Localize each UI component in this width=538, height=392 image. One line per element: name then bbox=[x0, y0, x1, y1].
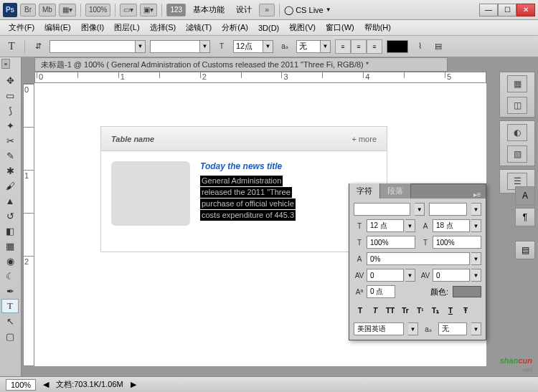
align-center-button[interactable]: ≡ bbox=[351, 39, 367, 54]
char-kerning2[interactable]: 0 bbox=[433, 269, 470, 282]
antialias-select[interactable]: 无 bbox=[296, 40, 321, 53]
align-right-button[interactable]: ≡ bbox=[367, 39, 382, 54]
maximize-button[interactable]: ☐ bbox=[498, 4, 516, 16]
dropdown-icon[interactable]: ▼ bbox=[415, 203, 425, 216]
font-style-field[interactable] bbox=[429, 203, 467, 216]
dropdown-icon[interactable]: ▼ bbox=[471, 219, 481, 232]
menu-view[interactable]: 视图(V) bbox=[285, 21, 320, 34]
gradient-tool[interactable]: ▦ bbox=[1, 239, 19, 253]
bridge-button[interactable]: Br bbox=[20, 4, 36, 16]
shape-tool[interactable]: ▢ bbox=[1, 329, 19, 343]
dropdown-icon[interactable]: ▼ bbox=[471, 269, 481, 282]
btn-123[interactable]: 123 bbox=[166, 4, 186, 16]
screen-mode-button[interactable]: ▣▾ bbox=[140, 4, 157, 16]
masks-panel-icon[interactable]: ▧ bbox=[507, 145, 527, 163]
align-left-button[interactable]: ≡ bbox=[335, 39, 351, 54]
menu-file[interactable]: 文件(F) bbox=[4, 21, 39, 34]
char-vscale[interactable]: 100% bbox=[367, 236, 415, 249]
char-tracking[interactable]: 0% bbox=[367, 252, 470, 265]
minimize-button[interactable]: — bbox=[479, 4, 498, 16]
zoom-level-button[interactable]: 100% bbox=[85, 4, 111, 16]
menu-help[interactable]: 帮助(H) bbox=[360, 21, 395, 34]
wand-tool[interactable]: ✦ bbox=[1, 118, 19, 133]
font-size-input[interactable]: 12点 bbox=[233, 40, 263, 53]
menu-edit[interactable]: 编辑(E) bbox=[40, 21, 75, 34]
panel-menu-icon[interactable]: ▸≡ bbox=[468, 191, 486, 199]
blur-tool[interactable]: ◉ bbox=[1, 254, 19, 268]
char-color-swatch[interactable] bbox=[453, 286, 481, 297]
dodge-tool[interactable]: ☾ bbox=[1, 269, 19, 283]
swatches-panel-icon[interactable]: ◫ bbox=[507, 97, 527, 114]
type-tool[interactable]: T bbox=[1, 299, 19, 313]
char-aa[interactable]: 无 bbox=[438, 322, 467, 335]
font-family-field[interactable] bbox=[354, 203, 410, 216]
menu-image[interactable]: 图像(I) bbox=[77, 21, 108, 34]
menu-analyze[interactable]: 分析(A) bbox=[217, 21, 253, 34]
dropdown-icon[interactable]: ▼ bbox=[471, 203, 481, 216]
crop-tool[interactable]: ✂ bbox=[1, 133, 19, 148]
faux-italic-button[interactable]: T bbox=[369, 305, 382, 316]
faux-bold-button[interactable]: T bbox=[354, 305, 367, 316]
adjust-panel-icon[interactable]: ◐ bbox=[507, 124, 527, 141]
character-dock-icon[interactable]: A bbox=[515, 186, 535, 205]
smallcaps-button[interactable]: Tr bbox=[399, 305, 412, 316]
font-family-select[interactable] bbox=[49, 40, 136, 53]
char-panel-toggle-button[interactable]: ▤ bbox=[431, 39, 445, 54]
eraser-tool[interactable]: ◧ bbox=[1, 224, 19, 238]
paragraph-dock-icon[interactable]: ¶ bbox=[515, 208, 535, 226]
dropdown-icon[interactable]: ▼ bbox=[405, 219, 415, 232]
workspace-basic[interactable]: 基本功能 bbox=[189, 3, 229, 16]
char-language[interactable]: 美国英语 bbox=[354, 322, 404, 335]
history-brush-tool[interactable]: ↺ bbox=[1, 209, 19, 223]
workspace-design[interactable]: 设计 bbox=[232, 3, 256, 16]
lasso-tool[interactable]: ⟆ bbox=[1, 103, 19, 118]
pen-tool[interactable]: ✒ bbox=[1, 284, 19, 298]
toolbox-collapse-icon[interactable]: » bbox=[1, 59, 10, 69]
workspace-more-button[interactable]: » bbox=[259, 4, 275, 16]
arrange-button[interactable]: ▭▾ bbox=[120, 4, 137, 16]
view-extras-button[interactable]: ▦▾ bbox=[59, 4, 76, 16]
dropdown-icon[interactable]: ▼ bbox=[471, 322, 481, 335]
path-tool[interactable]: ↖ bbox=[1, 314, 19, 328]
heal-tool[interactable]: ✱ bbox=[1, 163, 19, 178]
tab-paragraph[interactable]: 段落 bbox=[380, 183, 411, 199]
underline-button[interactable]: T bbox=[444, 305, 457, 316]
subscript-button[interactable]: T₁ bbox=[429, 305, 442, 316]
orientation-toggle-icon[interactable]: ⇵ bbox=[31, 39, 45, 54]
char-hscale[interactable]: 100% bbox=[433, 236, 481, 249]
text-color-swatch[interactable] bbox=[387, 40, 408, 53]
dropdown-icon[interactable]: ▼ bbox=[471, 252, 481, 265]
menu-layer[interactable]: 图层(L) bbox=[110, 21, 143, 34]
font-style-select[interactable] bbox=[150, 40, 200, 53]
superscript-button[interactable]: T¹ bbox=[414, 305, 427, 316]
color-panel-icon[interactable]: ▦ bbox=[507, 75, 527, 92]
card-more-link[interactable]: + more bbox=[351, 135, 377, 143]
char-baseline[interactable]: 0 点 bbox=[367, 285, 395, 298]
menu-select[interactable]: 选择(S) bbox=[146, 21, 181, 34]
font-family-dropdown-icon[interactable]: ▼ bbox=[136, 40, 146, 53]
font-style-dropdown-icon[interactable]: ▼ bbox=[200, 40, 210, 53]
menu-3d[interactable]: 3D(D) bbox=[254, 22, 283, 34]
dropdown-icon[interactable]: ▼ bbox=[408, 322, 418, 335]
scroll-left-icon[interactable]: ◀ bbox=[43, 380, 49, 389]
brush-tool[interactable]: 🖌 bbox=[1, 178, 19, 193]
char-leading[interactable]: 18 点 bbox=[433, 219, 470, 232]
document-tab[interactable]: 未标题-1 @ 100% ( General Administration of… bbox=[34, 57, 448, 72]
marquee-tool[interactable]: ▭ bbox=[1, 88, 19, 102]
allcaps-button[interactable]: TT bbox=[384, 305, 397, 316]
move-tool[interactable]: ✥ bbox=[1, 73, 19, 87]
warp-text-button[interactable]: ⌇ bbox=[412, 39, 427, 54]
menu-filter[interactable]: 滤镜(T) bbox=[181, 21, 216, 34]
close-button[interactable]: ✕ bbox=[516, 4, 535, 16]
styles-dock-icon[interactable]: ▤ bbox=[515, 241, 535, 259]
status-zoom[interactable]: 100% bbox=[6, 379, 36, 391]
char-kerning[interactable]: 0 bbox=[367, 269, 404, 282]
font-size-dropdown-icon[interactable]: ▼ bbox=[263, 40, 273, 53]
eyedropper-tool[interactable]: ✎ bbox=[1, 148, 19, 163]
status-menu-icon[interactable]: ▶ bbox=[131, 380, 136, 389]
strike-button[interactable]: Ŧ bbox=[459, 305, 472, 316]
stamp-tool[interactable]: ▲ bbox=[1, 193, 19, 208]
minibridge-button[interactable]: Mb bbox=[39, 4, 56, 16]
cslive-button[interactable]: ◯CS Live▼ bbox=[284, 5, 331, 15]
menu-window[interactable]: 窗口(W) bbox=[321, 21, 359, 34]
